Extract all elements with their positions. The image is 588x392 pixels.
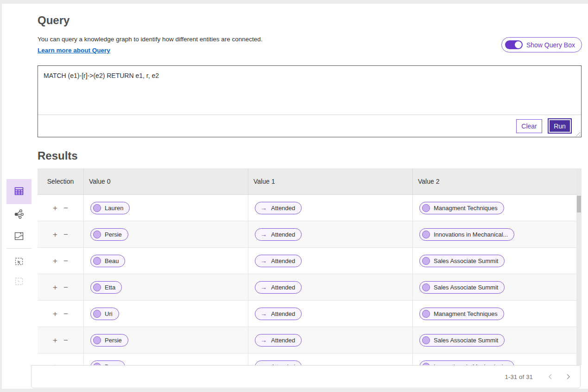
entity-pill[interactable]: Sales Associate Summit (419, 334, 505, 347)
value1-cell: → Attended (248, 274, 413, 300)
clear-button[interactable]: Clear (516, 119, 542, 133)
pagination-range: 1-31 of 31 (505, 373, 533, 380)
entity-icon (422, 257, 430, 265)
table-row: + − Persie → Attended Innovations in Mec… (38, 221, 582, 248)
entity-label: Persie (105, 337, 122, 344)
toggle-switch-icon[interactable] (505, 40, 523, 49)
previous-page-button[interactable] (546, 373, 555, 381)
entity-pill[interactable]: Sales Associate Summit (419, 255, 505, 267)
value1-cell: → Attended (248, 221, 413, 247)
add-to-selection-button[interactable]: + (53, 310, 57, 318)
entity-pill[interactable]: Persie (90, 334, 128, 347)
relationship-label: Attended (271, 257, 295, 264)
selection-cell: + − (38, 301, 84, 327)
remove-from-selection-button[interactable]: − (63, 231, 68, 238)
selection-cell: + − (38, 327, 84, 353)
new-selection-icon (13, 276, 25, 288)
relationship-label: Attended (271, 337, 295, 344)
selection-cell: + − (38, 353, 84, 365)
map-icon (13, 231, 25, 243)
remove-from-selection-button[interactable]: − (63, 283, 68, 291)
value0-cell: Lauren (84, 195, 248, 221)
remove-from-selection-button[interactable]: − (63, 336, 68, 344)
tool-map-view[interactable] (6, 224, 32, 249)
arrow-right-icon: → (260, 310, 267, 317)
relationship-pill[interactable]: → Attended (255, 202, 302, 214)
entity-icon (93, 310, 101, 318)
add-to-selection-button[interactable]: + (53, 231, 57, 238)
entity-pill[interactable]: Beau (90, 255, 125, 267)
table-row: + − Beau → Attended Innovations in Mecha… (38, 353, 582, 365)
column-header-value1: Value 1 (248, 168, 413, 194)
value0-cell: Uri (84, 301, 248, 327)
value2-cell: Sales Associate Summit (413, 327, 582, 353)
column-header-value2: Value 2 (413, 168, 582, 194)
entity-label: Sales Associate Summit (434, 337, 498, 344)
relationship-pill[interactable]: → Attended (255, 360, 302, 366)
entity-label: Lauren (105, 205, 123, 212)
arrow-right-icon: → (260, 257, 267, 264)
value0-cell: Beau (84, 353, 248, 365)
run-button[interactable]: Run (550, 120, 570, 132)
entity-pill[interactable]: Persie (90, 228, 128, 241)
remove-from-selection-button[interactable]: − (63, 204, 68, 212)
add-to-selection-button[interactable]: + (53, 204, 57, 212)
add-to-selection-button[interactable]: + (53, 257, 57, 265)
query-textarea[interactable]: MATCH (e1)-[r]->(e2) RETURN e1, r, e2 (38, 66, 581, 115)
tool-new-selection-disabled (6, 269, 32, 294)
entity-pill[interactable]: Managment Techniques (419, 308, 504, 320)
selection-cell: + − (38, 195, 84, 221)
add-to-selection-button[interactable]: + (53, 283, 57, 291)
value0-cell: Persie (84, 327, 248, 353)
show-query-box-toggle[interactable]: Show Query Box (501, 37, 582, 52)
table-row: + − Beau → Attended Sales Associate Summ… (38, 248, 582, 274)
value1-cell: → Attended (248, 301, 413, 327)
entity-icon (422, 310, 430, 318)
value0-cell: Persie (84, 221, 248, 247)
learn-more-link[interactable]: Learn more about Query (38, 47, 110, 54)
table-row: + − Lauren → Attended Managment Techniqu… (38, 195, 582, 221)
table-scrollbar (576, 168, 582, 365)
value1-cell: → Attended (248, 327, 413, 353)
entity-pill[interactable]: Managment Techniques (419, 202, 504, 214)
relationship-pill[interactable]: → Attended (255, 255, 302, 267)
column-header-value0: Value 0 (84, 168, 248, 194)
relationship-pill[interactable]: → Attended (255, 228, 302, 241)
arrow-right-icon: → (260, 284, 267, 290)
add-to-selection-button[interactable]: + (53, 336, 57, 344)
entity-pill[interactable]: Uri (90, 308, 119, 320)
entity-pill[interactable]: Innovations in Mechanical... (419, 360, 514, 366)
scrollbar-thumb[interactable] (577, 196, 581, 212)
entity-icon (93, 257, 101, 265)
page-description: You can query a knowledge graph to ident… (38, 36, 263, 43)
entity-pill[interactable]: Sales Associate Summit (419, 281, 505, 294)
tool-link-chart-view[interactable] (6, 202, 32, 227)
relationship-label: Attended (271, 231, 295, 238)
entity-pill[interactable]: Innovations in Mechanical... (419, 228, 514, 241)
entity-pill[interactable]: Lauren (90, 202, 130, 214)
relationship-label: Attended (271, 205, 295, 212)
entity-icon (93, 283, 101, 291)
entity-pill[interactable]: Beau (90, 360, 125, 366)
relationship-pill[interactable]: → Attended (255, 334, 302, 347)
arrow-right-icon: → (260, 231, 267, 238)
value2-cell: Managment Techniques (413, 195, 582, 221)
entity-icon (422, 336, 430, 344)
relationship-pill[interactable]: → Attended (255, 281, 302, 294)
next-page-button[interactable] (564, 373, 573, 381)
value2-cell: Innovations in Mechanical... (413, 353, 582, 365)
selection-cell: + − (38, 274, 84, 300)
arrow-right-icon: → (260, 337, 267, 343)
tool-table-view[interactable] (6, 179, 32, 204)
table-row: + − Persie → Attended Sales Associate Su… (38, 327, 582, 353)
table-row: + − Etta → Attended Sales Associate Summ… (38, 274, 582, 301)
entity-label: Sales Associate Summit (434, 284, 498, 291)
remove-from-selection-button[interactable]: − (63, 310, 68, 318)
entity-icon (93, 336, 101, 344)
entity-label: Sales Associate Summit (434, 257, 498, 264)
relationship-pill[interactable]: → Attended (255, 308, 302, 320)
remove-from-selection-button[interactable]: − (63, 257, 68, 265)
value1-cell: → Attended (248, 248, 413, 274)
entity-pill[interactable]: Etta (90, 281, 122, 294)
entity-icon (93, 204, 101, 212)
